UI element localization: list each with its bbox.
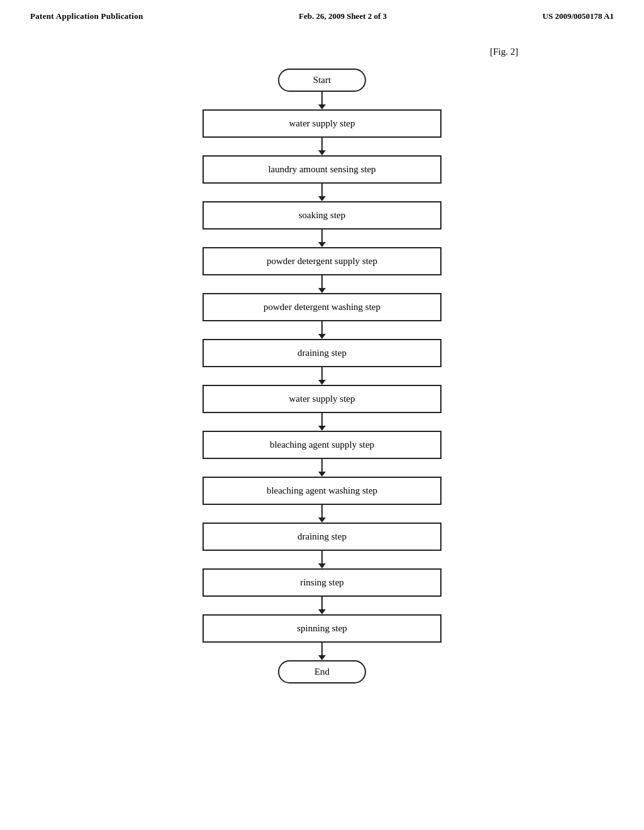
arrow-10 [318,551,326,568]
arrow-1 [318,138,326,155]
step-rinsing: rinsing step [203,568,441,597]
arrow-4 [318,275,326,293]
arrow-11 [318,597,326,614]
arrow-0 [318,92,326,109]
page-header: Patent Application Publication Feb. 26, … [0,0,644,28]
header-right: US 2009/0050178 A1 [543,11,614,21]
arrow-2 [318,184,326,201]
step-water-supply-2: water supply step [203,385,441,413]
arrow-7 [318,413,326,431]
step-soaking: soaking step [203,201,441,230]
step-spinning: spinning step [203,614,441,643]
step-powder-washing: powder detergent washing step [203,293,441,321]
arrow-5 [318,321,326,339]
step-draining-1: draining step [203,339,441,367]
arrow-8 [318,459,326,477]
step-powder-supply: powder detergent supply step [203,247,441,275]
arrow-3 [318,230,326,247]
step-bleaching-washing: bleaching agent washing step [203,477,441,505]
arrow-6 [318,367,326,385]
step-laundry-sensing: laundry amount sensing step [203,155,441,184]
start-terminal: Start [278,69,366,92]
step-bleaching-supply: bleaching agent supply step [203,431,441,459]
figure-label: [Fig. 2] [490,47,518,57]
arrow-9 [318,505,326,523]
header-center: Feb. 26, 2009 Sheet 2 of 3 [299,11,387,21]
step-draining-2: draining step [203,523,441,551]
arrow-12 [318,643,326,660]
page-content: [Fig. 2] Start water supply step laundry… [0,28,644,683]
step-water-supply-1: water supply step [203,109,441,138]
end-terminal: End [278,660,366,683]
flowchart: Start water supply step laundry amount s… [203,69,441,683]
header-left: Patent Application Publication [30,11,143,21]
